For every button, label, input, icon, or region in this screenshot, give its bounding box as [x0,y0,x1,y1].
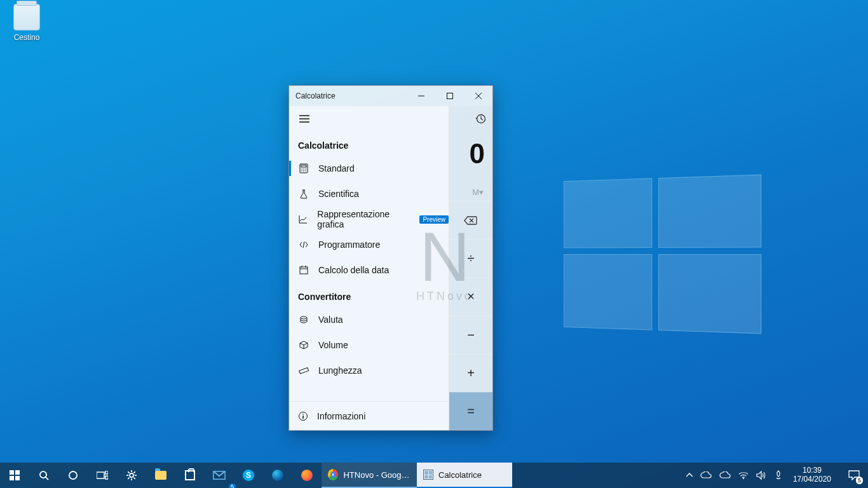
nav-section-converter: Convertitore [289,283,449,307]
code-icon [298,240,309,250]
recycle-bin-icon [13,4,40,30]
svg-rect-34 [97,472,104,478]
tray-overflow-icon[interactable] [686,472,693,478]
taskbar-settings-icon[interactable] [117,463,146,488]
key-plus[interactable]: + [449,354,492,392]
svg-point-37 [130,473,133,477]
taskbar-item-label: HTNovo - Google ... [343,470,410,480]
nav-item-label: Programmatore [318,240,380,250]
memory-dropdown[interactable]: M▾ [449,170,492,201]
nav-item-graphing[interactable]: Rappresentazione grafica Preview [289,207,449,232]
nav-item-length[interactable]: Lunghezza [289,358,449,383]
taskbar-skype-icon[interactable]: S [234,463,263,488]
key-backspace[interactable] [449,201,492,239]
calendar-icon [298,265,309,275]
chrome-icon [328,469,338,480]
svg-point-33 [69,471,77,479]
svg-line-32 [46,477,48,480]
history-button[interactable] [475,113,486,125]
flask-icon [298,189,309,199]
maximize-button[interactable] [435,86,464,106]
nav-item-label: Rappresentazione grafica [317,209,409,229]
tray-clock[interactable]: 10:39 17/04/2020 [790,466,834,484]
tray-app-icon[interactable] [774,470,783,480]
key-multiply[interactable]: × [449,277,492,315]
graph-icon [298,214,308,224]
svg-point-14 [305,170,306,172]
hamburger-menu-button[interactable] [294,109,315,129]
start-button[interactable] [0,463,29,488]
taskbar-store-icon[interactable] [175,463,205,488]
svg-rect-29 [10,476,14,480]
cortana-button[interactable] [58,463,88,488]
task-view-button[interactable] [88,463,117,488]
nav-item-label: Lunghezza [318,365,362,376]
tray-onedrive-icon[interactable] [700,471,712,479]
close-button[interactable] [464,86,492,106]
taskbar: 5 S HTNovo - Google ... Calcolatrice [0,463,868,488]
currency-icon [298,315,309,325]
svg-rect-28 [15,470,20,475]
svg-line-42 [128,471,129,473]
calculator-window: Calcolatrice Calcolatrice [288,85,493,431]
tray-date: 17/04/2020 [793,475,831,484]
taskbar-item-label: Calcolatrice [438,470,482,480]
svg-point-11 [305,168,306,170]
taskbar-chrome-window[interactable]: HTNovo - Google ... [322,463,417,488]
action-center-badge: 5 [856,477,863,484]
calculator-icon [423,470,433,480]
key-divide[interactable]: ÷ [449,239,492,277]
taskbar-calculator-window[interactable]: Calcolatrice [417,463,512,488]
taskbar-mail-icon[interactable]: 5 [205,463,234,488]
nav-item-label: Volume [318,340,348,350]
svg-line-44 [134,471,135,473]
window-title: Calcolatrice [289,92,407,100]
svg-rect-20 [299,368,309,374]
taskbar-explorer-icon[interactable] [146,463,175,488]
nav-item-label: Valuta [318,315,343,325]
key-equals[interactable]: = [449,392,492,430]
taskbar-edge-icon[interactable] [263,463,292,488]
key-minus[interactable]: − [449,316,492,354]
tray-wifi-icon[interactable] [738,471,749,479]
mail-badge-count: 5 [229,484,236,488]
svg-rect-36 [105,476,108,479]
titlebar[interactable]: Calcolatrice [289,86,492,106]
svg-point-10 [303,168,304,170]
nav-item-currency[interactable]: Valuta [289,307,449,332]
nav-section-calculator: Calcolatrice [289,132,449,156]
tray-cloud-icon[interactable] [719,471,731,479]
action-center-button[interactable]: 5 [840,463,868,488]
svg-point-13 [303,170,304,172]
search-button[interactable] [29,463,58,488]
windows-logo-wallpaper [564,175,761,334]
svg-rect-8 [301,165,306,167]
calculator-display: 0 [449,132,492,170]
svg-line-45 [128,478,129,479]
svg-point-12 [301,170,302,172]
svg-rect-27 [10,470,14,475]
nav-item-about[interactable]: Informazioni [289,401,449,430]
calculator-right-strip: 0 M▾ ÷ × − + = [449,106,492,430]
ruler-icon [298,365,309,376]
minimize-button[interactable] [407,86,435,106]
taskbar-firefox-icon[interactable] [292,463,322,488]
recycle-bin-desktop-icon[interactable]: Cestino [5,4,48,42]
cube-icon [298,340,309,350]
svg-point-9 [301,168,302,170]
svg-rect-1 [447,93,452,99]
nav-item-programmer[interactable]: Programmatore [289,232,449,257]
nav-pane: Calcolatrice Standard Scientifica [289,106,449,430]
tray-volume-icon[interactable] [756,471,766,480]
nav-item-label: Scientifica [318,189,359,199]
nav-item-standard[interactable]: Standard [289,156,449,181]
nav-item-scientific[interactable]: Scientifica [289,181,449,207]
nav-item-date-calc[interactable]: Calcolo della data [289,257,449,283]
system-tray: 10:39 17/04/2020 [680,463,840,488]
svg-rect-35 [105,471,108,474]
recycle-bin-label: Cestino [5,33,48,42]
tray-time: 10:39 [793,466,831,475]
nav-item-label: Informazioni [317,411,365,421]
svg-rect-30 [15,476,20,480]
nav-item-volume[interactable]: Volume [289,332,449,358]
